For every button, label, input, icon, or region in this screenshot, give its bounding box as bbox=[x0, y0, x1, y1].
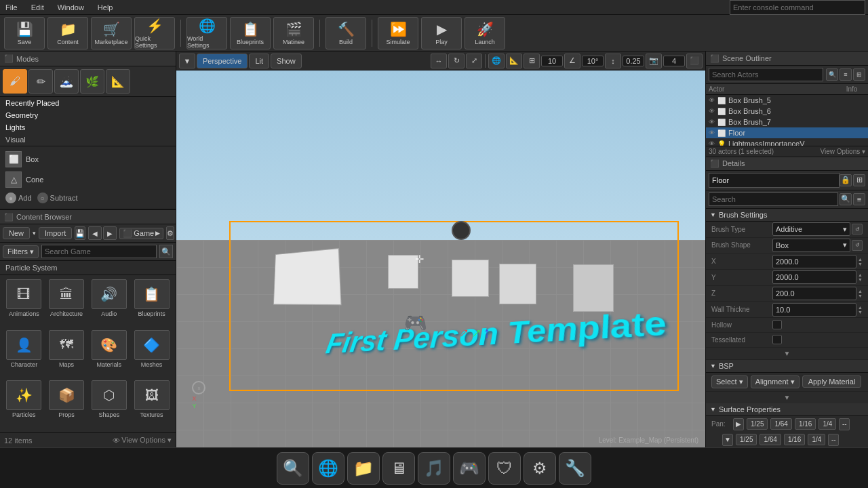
expand-icon[interactable]: ⊞ bbox=[853, 174, 865, 186]
outliner-list-icon[interactable]: ≡ bbox=[840, 68, 852, 81]
item-architecture[interactable]: 🏛Architecture bbox=[47, 279, 87, 327]
wt-spin-up[interactable]: ▲ bbox=[858, 305, 863, 310]
actor-floor[interactable]: 👁 ⬜ Floor bbox=[706, 127, 868, 138]
brush-settings-section[interactable]: ▼ Brush Settings bbox=[706, 209, 868, 222]
z-input[interactable]: 200.0 bbox=[772, 287, 856, 300]
dock-monitor[interactable]: 🖥 bbox=[382, 452, 415, 485]
build-button[interactable]: 🔨Build bbox=[326, 17, 366, 49]
back-button[interactable]: ◀ bbox=[88, 226, 102, 240]
surface-properties-section[interactable]: ▼ Surface Properties bbox=[706, 403, 868, 416]
item-audio[interactable]: 🔊Audio bbox=[90, 279, 130, 327]
x-input[interactable]: 2000.0 bbox=[772, 255, 856, 268]
forward-button[interactable]: ▶ bbox=[103, 226, 117, 240]
hollow-checkbox[interactable] bbox=[772, 320, 782, 329]
actor-name-input[interactable] bbox=[709, 173, 840, 188]
menu-window[interactable]: Window bbox=[55, 3, 87, 12]
view-options-button[interactable]: 👁 View Options ▾ bbox=[113, 436, 172, 445]
dock-music[interactable]: 🎵 bbox=[418, 452, 450, 485]
dock-browser[interactable]: 🌐 bbox=[312, 452, 344, 485]
mode-place[interactable]: 🖌 bbox=[3, 69, 27, 94]
eye-icon[interactable]: 👁 bbox=[709, 97, 715, 104]
actor-boxbrush5[interactable]: 👁 ⬜ Box Brush_5 bbox=[706, 95, 868, 106]
pan-164-button[interactable]: 1/64 bbox=[770, 418, 791, 430]
bsp-select-dropdown[interactable]: Select ▾ bbox=[711, 375, 748, 388]
lit-button[interactable]: Lit bbox=[249, 54, 269, 68]
bsp-alignment-dropdown[interactable]: Alignment ▾ bbox=[751, 375, 800, 388]
eye-icon[interactable]: 👁 bbox=[709, 108, 715, 115]
menu-edit[interactable]: Edit bbox=[28, 3, 47, 12]
category-recently-placed[interactable]: Recently Placed bbox=[0, 97, 176, 109]
grid-snap-toggle[interactable]: ⊞ bbox=[524, 54, 540, 68]
item-materials[interactable]: 🎨Materials bbox=[90, 330, 130, 378]
translate-tool[interactable]: ↔ bbox=[431, 54, 447, 68]
mode-foliage[interactable]: 🌿 bbox=[80, 69, 104, 94]
matinee-button[interactable]: 🎬Matinee bbox=[273, 17, 314, 49]
quick-settings-button[interactable]: ⚡Quick Settings bbox=[134, 17, 175, 49]
dock-shield[interactable]: 🛡 bbox=[488, 452, 521, 485]
x-spin-up[interactable]: ▲ bbox=[858, 257, 863, 262]
z-spin-down[interactable]: ▼ bbox=[858, 293, 863, 298]
wt-spin-down[interactable]: ▼ bbox=[858, 310, 863, 314]
simulate-button[interactable]: ⏩Simulate bbox=[378, 17, 418, 49]
world-settings-button[interactable]: 🌐World Settings bbox=[186, 17, 227, 49]
show-button[interactable]: Show bbox=[271, 54, 302, 68]
actor-boxbrush7[interactable]: 👁 ⬜ Box Brush_7 bbox=[706, 117, 868, 127]
menu-file[interactable]: File bbox=[3, 3, 20, 12]
item-shapes[interactable]: ⬡Shapes bbox=[90, 380, 130, 428]
bsp-expand[interactable]: ▼ bbox=[706, 392, 868, 403]
new-dropdown-icon[interactable]: ▾ bbox=[33, 230, 36, 237]
item-animations[interactable]: 🎞Animations bbox=[4, 279, 44, 327]
eye-icon[interactable]: 👁 bbox=[709, 119, 715, 125]
item-props[interactable]: 📦Props bbox=[47, 380, 87, 428]
view-options-button[interactable]: View Options ▾ bbox=[820, 148, 865, 155]
tessellated-checkbox[interactable] bbox=[772, 335, 782, 344]
scale-size[interactable]: 0.25 bbox=[623, 56, 644, 66]
maximize-viewport[interactable]: ⬛ bbox=[686, 54, 703, 68]
item-maps[interactable]: 🗺Maps bbox=[47, 330, 87, 378]
item-blueprints[interactable]: 📋Blueprints bbox=[132, 279, 172, 327]
launch-button[interactable]: 🚀Launch bbox=[465, 17, 505, 49]
pan-down-125-button[interactable]: 1/25 bbox=[736, 434, 757, 445]
rotate-tool[interactable]: ↻ bbox=[448, 54, 465, 68]
camera-speed[interactable]: 📷 bbox=[646, 54, 662, 68]
brush-shape-reset[interactable]: ↺ bbox=[852, 240, 863, 251]
pan-14-button[interactable]: 1/4 bbox=[818, 418, 836, 430]
scale-tool[interactable]: ⤢ bbox=[466, 54, 482, 68]
apply-material-button[interactable]: Apply Material bbox=[802, 375, 862, 388]
bsp-section[interactable]: ▼ BSP bbox=[706, 360, 868, 373]
subtract-button[interactable]: ○ Subtract bbox=[37, 192, 78, 203]
item-meshes[interactable]: 🔷Meshes bbox=[132, 330, 172, 378]
x-spin-down[interactable]: ▼ bbox=[858, 262, 863, 266]
play-button[interactable]: ▶Play bbox=[421, 17, 462, 49]
brush-type-dropdown[interactable]: Additive ▾ bbox=[772, 222, 850, 236]
pan-down-button[interactable]: ▼ bbox=[722, 434, 733, 446]
geometry-box[interactable]: ⬜ Box bbox=[3, 149, 173, 169]
box-brush-5[interactable] bbox=[573, 264, 614, 312]
dock-settings[interactable]: ⚙ bbox=[524, 452, 556, 485]
path-options-button[interactable]: ⚙ bbox=[166, 226, 174, 240]
transform-gizmo[interactable]: → ↑ ↑ bbox=[456, 324, 490, 342]
eye-icon[interactable]: 👁 bbox=[709, 140, 715, 146]
actor-lightmass[interactable]: 👁 💡 LightmassImportanceV bbox=[706, 138, 868, 146]
box-brush-4[interactable] bbox=[499, 264, 536, 304]
scale-snap-toggle[interactable]: ↕ bbox=[605, 54, 621, 68]
lock-icon[interactable]: 🔒 bbox=[840, 174, 852, 186]
menu-help[interactable]: Help bbox=[95, 3, 116, 12]
perspective-button[interactable]: Perspective bbox=[197, 54, 248, 68]
save-button[interactable]: 💾Save bbox=[4, 17, 45, 49]
pan-right-button[interactable]: ▶ bbox=[733, 418, 744, 430]
category-lights[interactable]: Lights bbox=[0, 121, 176, 134]
brush-settings-expand[interactable]: ▼ bbox=[706, 348, 868, 360]
z-spin-up[interactable]: ▲ bbox=[858, 289, 863, 293]
dock-tools[interactable]: 🔧 bbox=[559, 452, 591, 485]
geometry-cone[interactable]: △ Cone bbox=[3, 169, 173, 190]
item-character[interactable]: 👤Character bbox=[4, 330, 44, 378]
mode-landscape[interactable]: 🗻 bbox=[54, 69, 79, 94]
y-spin-up[interactable]: ▲ bbox=[858, 272, 863, 277]
pan-down-more-button[interactable]: -- bbox=[828, 434, 839, 446]
actor-search-input[interactable] bbox=[709, 68, 823, 81]
mode-geometry[interactable]: 📐 bbox=[106, 69, 130, 94]
dock-folder[interactable]: 📁 bbox=[347, 452, 380, 485]
search-icon[interactable]: 🔍 bbox=[840, 193, 852, 205]
mode-paint[interactable]: ✏ bbox=[28, 69, 53, 94]
